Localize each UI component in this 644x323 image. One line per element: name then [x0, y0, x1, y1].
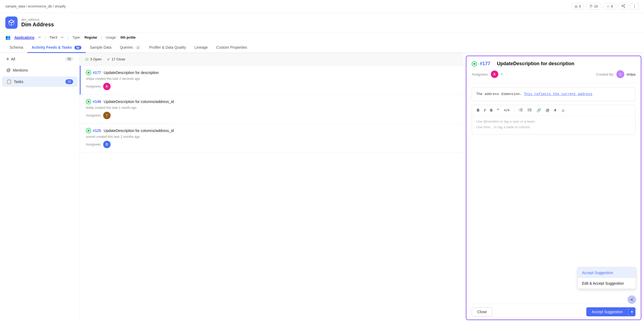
- unordered-list-button[interactable]: [526, 107, 533, 113]
- strikethrough-button[interactable]: S: [488, 107, 494, 113]
- sidebar-item-tasks[interactable]: 📋 Tasks 29: [2, 76, 77, 87]
- open-icon: ⊙: [85, 57, 89, 62]
- task-meta-177: shilpa created this task 2 seconds ago: [86, 77, 458, 81]
- task-number-full: #177: [93, 71, 101, 75]
- task-icon: 📋: [6, 79, 12, 84]
- tab-activity[interactable]: Activity Feeds & Tasks 56: [27, 43, 86, 53]
- toolbar-sep-1: [514, 108, 514, 113]
- action-bar: Close Accept Suggestion ▾: [466, 304, 641, 320]
- tab-profiler[interactable]: Profiler & Data Quality: [145, 43, 190, 53]
- task-item-177[interactable]: #177 UpdateDescription for description s…: [80, 66, 463, 95]
- editor-placeholder-line1: Use @mention to tag a user or a team.: [476, 119, 631, 125]
- tab-sample[interactable]: Sample Data: [86, 43, 116, 53]
- ordered-list-button[interactable]: 1. 2. 3.: [517, 107, 524, 113]
- task-open-icon: [86, 99, 91, 104]
- breadcrumb-part-1[interactable]: sample_data: [5, 4, 25, 8]
- creator-avatar: S: [616, 70, 624, 78]
- breadcrumb-part-2[interactable]: ecommerce_db: [28, 4, 52, 8]
- detail-panel: #177 UpdateDescription for description A…: [466, 56, 641, 320]
- code-button[interactable]: </>: [502, 107, 511, 113]
- hash-button[interactable]: #: [553, 107, 558, 113]
- sidebar-item-all[interactable]: ≡ All 56: [2, 54, 77, 64]
- detail-assignee-avatar: A: [491, 71, 498, 78]
- breadcrumb: sample_data / ecommerce_db / shopify: [5, 4, 66, 8]
- main-content: ≡ All 56 @ Mentions 📋 Tasks 29 ⊙ 3 Open: [0, 53, 644, 323]
- svg-point-14: [528, 108, 529, 109]
- breadcrumb-actions: ◎ 3 ⏱ 10 ☆ 8 ⋮: [571, 3, 639, 10]
- sidebar-item-mentions[interactable]: @ Mentions: [2, 65, 77, 75]
- svg-text:3.: 3.: [519, 110, 520, 111]
- open-count-text: 3 Open: [90, 57, 102, 61]
- italic-button[interactable]: I: [483, 107, 487, 113]
- check-icon: ✓: [107, 57, 110, 61]
- close-button[interactable]: Close: [472, 307, 492, 316]
- edit-tier-icon[interactable]: ✏: [61, 35, 64, 39]
- breadcrumb-sep-2: /: [53, 4, 55, 8]
- detail-title: #177 UpdateDescription for description: [472, 61, 635, 67]
- sidebar-all-badge: 56: [65, 57, 73, 61]
- chevron-down-icon: ▾: [631, 310, 633, 314]
- svg-point-2: [624, 7, 625, 7]
- people-icon: 👥: [5, 35, 11, 40]
- entity-title: Dim Address: [21, 22, 54, 28]
- sidebar-tasks-badge: 29: [65, 79, 73, 84]
- task-open-icon: [86, 128, 91, 133]
- link-button[interactable]: 🔗: [535, 107, 543, 113]
- list-icon: ≡: [6, 57, 9, 61]
- dropdown-menu: Accept Suggestion Edit & Accept Suggesti…: [578, 267, 636, 289]
- emoji-button[interactable]: ☺: [559, 107, 567, 113]
- sidebar-all-label: All: [11, 57, 15, 61]
- tab-schema[interactable]: Schema: [5, 43, 27, 53]
- breadcrumb-part-3[interactable]: shopify: [55, 4, 66, 8]
- type-label: Type:: [72, 35, 81, 39]
- entity-names: dim_address Dim Address: [21, 18, 54, 28]
- breadcrumb-bar: sample_data / ecommerce_db / shopify ◎ 3…: [0, 0, 644, 13]
- more-icon: ⋮: [633, 4, 636, 9]
- mention-button[interactable]: @: [544, 107, 551, 113]
- quote-button[interactable]: ": [496, 107, 501, 113]
- entity-subtitle: dim_address: [21, 18, 54, 22]
- detail-task-title: UpdateDescription for description: [497, 61, 574, 67]
- desc-highlight: This reflects the current address: [524, 92, 592, 96]
- closed-filter[interactable]: ✓ 17 Close: [107, 57, 125, 61]
- tab-custom[interactable]: Custom Properties: [212, 43, 251, 53]
- dropdown-edit-accept[interactable]: Edit & Accept Suggestion: [578, 278, 636, 289]
- applications-link[interactable]: Applications: [14, 35, 35, 40]
- meta-sep-2: |: [68, 35, 69, 40]
- at-icon: @: [6, 68, 11, 73]
- tab-lineage[interactable]: Lineage: [190, 43, 212, 53]
- sidebar-tasks-label: Tasks: [14, 80, 23, 84]
- count2-icon: ⏱: [589, 4, 593, 8]
- detail-meta: Assignees: A ✏ Created By: S shilpa: [472, 70, 635, 78]
- task-title: UpdateDescription for columns/address_id: [103, 100, 174, 104]
- edit-applications-icon[interactable]: ✏: [38, 35, 41, 39]
- bold-button[interactable]: B: [475, 107, 481, 113]
- accept-suggestion-button[interactable]: Accept Suggestion: [586, 307, 628, 316]
- edit-assignee-icon[interactable]: ✏: [500, 72, 504, 76]
- detail-header: #177 UpdateDescription for description A…: [466, 56, 641, 83]
- count2-pill[interactable]: ⏱ 10: [586, 3, 601, 10]
- assignees-label: Assignees:: [472, 72, 489, 76]
- count3-pill[interactable]: ☆ 8: [603, 3, 616, 10]
- accept-btn-group: Accept Suggestion ▾: [586, 307, 635, 316]
- svg-point-15: [528, 109, 529, 110]
- dropdown-accept-suggestion[interactable]: Accept Suggestion: [578, 267, 636, 278]
- accept-suggestion-chevron[interactable]: ▾: [628, 307, 635, 316]
- tab-queries[interactable]: Queries 2: [116, 43, 145, 53]
- meta-sep-1: |: [45, 35, 46, 40]
- created-by-label: Created By:: [596, 72, 614, 76]
- share-button[interactable]: [618, 3, 629, 10]
- send-button[interactable]: [628, 295, 636, 304]
- task-assignees-125: Assignees: D: [86, 141, 458, 148]
- task-item-149[interactable]: #149 UpdateDescription for columns/addre…: [80, 95, 463, 124]
- task-item-125[interactable]: #125 UpdateDescription for columns/addre…: [80, 124, 463, 153]
- count3-value: 8: [611, 4, 613, 8]
- editor-content[interactable]: Use @mention to tag a user or a team. Us…: [472, 116, 635, 134]
- svg-line-3: [622, 5, 624, 6]
- count1-pill[interactable]: ◎ 3: [571, 3, 584, 10]
- more-button[interactable]: ⋮: [630, 3, 639, 10]
- open-filter[interactable]: ⊙ 3 Open: [85, 57, 102, 62]
- tier-value: Tier3: [49, 35, 57, 39]
- detail-task-number: #177: [480, 61, 490, 67]
- tab-queries-badge: 2: [135, 46, 141, 49]
